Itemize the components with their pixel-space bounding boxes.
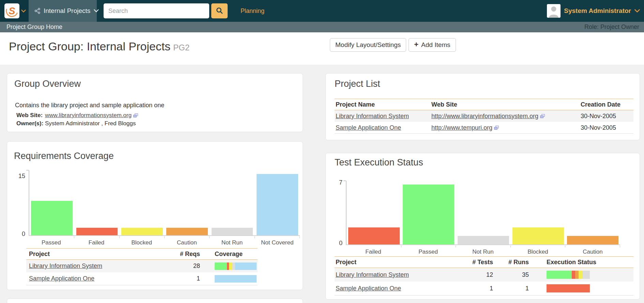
chart-category-label: Not Run bbox=[210, 239, 255, 246]
avatar[interactable] bbox=[547, 4, 561, 18]
table-header: Project # Tests # Runs Execution Status bbox=[335, 256, 633, 268]
status-segment-notrun bbox=[582, 271, 590, 279]
test-execution-body: Library Information System1235Sample App… bbox=[335, 268, 633, 296]
external-window-icon bbox=[133, 113, 138, 118]
req-count-cell: 1 bbox=[173, 275, 200, 282]
project-name-cell: Library Information System bbox=[335, 271, 464, 278]
panel-title: Test Execution Status bbox=[335, 157, 423, 168]
reference-id: PG2 bbox=[173, 43, 189, 52]
page-header: Project Group: Internal ProjectsPG2 Modi… bbox=[0, 32, 644, 65]
execution-status-minibar bbox=[547, 271, 590, 279]
requirements-coverage-panel: Requirements Coverage PassedFailedBlocke… bbox=[7, 141, 303, 290]
user-name[interactable]: System Administrator bbox=[564, 7, 631, 15]
project-name-cell: Library Information System bbox=[26, 262, 173, 270]
product-logo-menu[interactable]: S bbox=[0, 0, 29, 22]
page-title-text: Project Group: Internal Projects bbox=[9, 40, 170, 53]
project-link[interactable]: Sample Application One bbox=[336, 285, 401, 292]
nav-item-planning[interactable]: Planning bbox=[241, 7, 264, 15]
chart-bar-not-run bbox=[458, 236, 509, 244]
project-selector[interactable]: Internal Projects bbox=[29, 0, 97, 22]
chart-bar-not-covered bbox=[257, 174, 298, 235]
chart-category-label: Failed bbox=[346, 249, 401, 255]
chart-slot bbox=[511, 181, 566, 244]
column-header-project-name: Project Name bbox=[335, 101, 430, 108]
plot-area bbox=[346, 181, 620, 245]
project-name-cell: Library Information System bbox=[335, 113, 430, 120]
group-website-link[interactable]: www.libraryinformationsystem.org bbox=[45, 112, 132, 119]
column-header-runs: # Runs bbox=[493, 259, 529, 266]
chart-bar-failed bbox=[348, 227, 400, 244]
modify-layout-button[interactable]: Modify Layout/Settings bbox=[330, 38, 406, 52]
table-header: Project Name Web Site Creation Date bbox=[335, 99, 633, 110]
breadcrumb[interactable]: Project Group Home bbox=[6, 23, 62, 31]
search-button[interactable] bbox=[211, 3, 228, 18]
execution-status-cell bbox=[546, 284, 633, 292]
chart-slot bbox=[565, 181, 620, 244]
global-search bbox=[104, 3, 228, 18]
project-list-body: Library Information Systemhttp://www.lib… bbox=[335, 110, 633, 134]
website-link[interactable]: http://www.libraryinformationsystem.org bbox=[431, 113, 538, 119]
app-window: S Internal Projects bbox=[0, 0, 644, 303]
coverage-minibar bbox=[215, 275, 257, 283]
project-link[interactable]: Library Information System bbox=[29, 262, 102, 269]
chart-slot bbox=[347, 181, 401, 244]
role-label: Role: Project Owner bbox=[584, 23, 639, 31]
test-execution-panel: Test Execution Status FailedPassedNot Ru… bbox=[325, 153, 640, 300]
chart-slot bbox=[120, 170, 165, 235]
chart-slot bbox=[29, 170, 74, 235]
web-site-cell: http://www.libraryinformationsystem.org bbox=[430, 113, 575, 120]
table-row: Sample Application One1 bbox=[26, 272, 258, 285]
req-count-cell: 28 bbox=[173, 262, 200, 270]
table-header: Project # Reqs Coverage bbox=[26, 248, 258, 260]
status-segment-failed bbox=[572, 271, 575, 279]
status-segment-caution bbox=[575, 271, 579, 279]
project-link[interactable]: Library Information System bbox=[336, 271, 409, 278]
logo-letter: S bbox=[9, 5, 15, 17]
column-header-web-site: Web Site bbox=[430, 101, 575, 108]
status-segment-passed bbox=[215, 262, 227, 270]
chart-category-label: Failed bbox=[74, 239, 119, 246]
project-link[interactable]: Sample Application One bbox=[29, 275, 94, 282]
creation-date-cell: 30-Nov-2005 bbox=[575, 124, 633, 131]
test-count-cell: 12 bbox=[464, 271, 493, 278]
owners-label: Owner(s): bbox=[16, 120, 45, 127]
chevron-down-icon[interactable] bbox=[634, 9, 640, 13]
y-tick-label: 0 bbox=[329, 240, 342, 247]
status-segment-notrun bbox=[232, 262, 235, 270]
test-execution-table: Project # Tests # Runs Execution Status … bbox=[335, 256, 633, 296]
external-window-icon bbox=[494, 126, 499, 130]
project-selector-label: Internal Projects bbox=[44, 7, 90, 15]
user-menu: System Administrator bbox=[547, 4, 640, 18]
external-window-icon bbox=[540, 114, 545, 118]
chart-slot bbox=[210, 170, 255, 235]
status-segment-passed bbox=[547, 271, 572, 279]
spira-logo: S bbox=[4, 3, 19, 18]
run-count-cell: 1 bbox=[493, 285, 529, 292]
search-input[interactable] bbox=[104, 3, 209, 18]
table-row: Sample Application Onehttp://www.tempuri… bbox=[335, 122, 633, 133]
project-link[interactable]: Sample Application One bbox=[336, 124, 401, 131]
top-navbar: S Internal Projects bbox=[0, 0, 644, 22]
chart-category-label: Passed bbox=[401, 249, 456, 255]
y-tick-label: 0 bbox=[12, 230, 25, 238]
y-tick-label: 7 bbox=[329, 179, 342, 186]
search-icon bbox=[216, 7, 223, 15]
breadcrumb-bar: Project Group Home Role: Project Owner bbox=[0, 22, 644, 32]
chevron-down-icon[interactable] bbox=[21, 10, 26, 13]
project-link[interactable]: Library Information System bbox=[336, 113, 409, 119]
test-count-cell: 1 bbox=[464, 285, 493, 292]
plot-area bbox=[29, 170, 300, 236]
project-name-cell: Sample Application One bbox=[335, 285, 464, 292]
add-items-button[interactable]: + Add Items bbox=[409, 38, 456, 52]
column-header-project: Project bbox=[26, 251, 173, 258]
project-list-table: Project Name Web Site Creation Date Libr… bbox=[335, 99, 633, 134]
chart-category-label: Not Run bbox=[456, 249, 510, 255]
table-row: Library Information System1235 bbox=[335, 268, 633, 282]
page-title: Project Group: Internal ProjectsPG2 bbox=[9, 40, 189, 53]
column-header-execution-status: Execution Status bbox=[546, 259, 633, 266]
panel-title: Group Overview bbox=[14, 79, 81, 89]
chart-slot bbox=[255, 170, 300, 235]
chart-bar-passed bbox=[31, 201, 73, 235]
modify-layout-label: Modify Layout/Settings bbox=[335, 41, 401, 49]
website-link[interactable]: http://www.tempuri.org bbox=[431, 124, 492, 131]
